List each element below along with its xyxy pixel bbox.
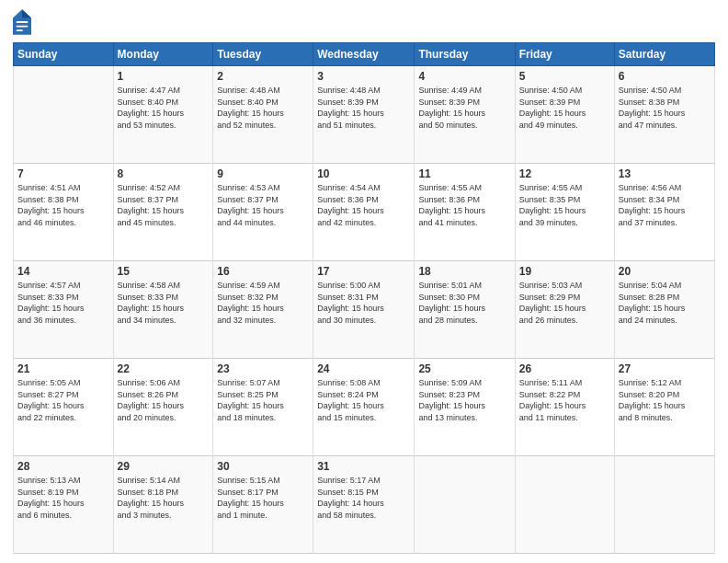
calendar-cell: 14Sunrise: 4:57 AM Sunset: 8:33 PM Dayli… <box>14 261 114 359</box>
calendar-cell: 10Sunrise: 4:54 AM Sunset: 8:36 PM Dayli… <box>313 164 415 261</box>
day-number: 24 <box>317 362 410 375</box>
calendar-cell: 31Sunrise: 5:17 AM Sunset: 8:15 PM Dayli… <box>313 456 415 554</box>
day-number: 31 <box>317 460 410 473</box>
day-number: 3 <box>317 70 410 83</box>
day-info: Sunrise: 4:54 AM Sunset: 8:36 PM Dayligh… <box>317 182 410 228</box>
calendar-cell: 21Sunrise: 5:05 AM Sunset: 8:27 PM Dayli… <box>14 359 114 456</box>
day-number: 29 <box>118 460 210 473</box>
day-info: Sunrise: 4:57 AM Sunset: 8:33 PM Dayligh… <box>17 280 109 326</box>
day-number: 19 <box>519 265 610 278</box>
day-number: 16 <box>217 265 309 278</box>
logo-icon <box>13 9 31 35</box>
calendar-cell: 25Sunrise: 5:09 AM Sunset: 8:23 PM Dayli… <box>415 359 515 456</box>
calendar-cell: 5Sunrise: 4:50 AM Sunset: 8:39 PM Daylig… <box>515 66 614 164</box>
header-wednesday: Wednesday <box>313 43 415 66</box>
calendar-cell: 7Sunrise: 4:51 AM Sunset: 8:38 PM Daylig… <box>14 164 114 261</box>
day-info: Sunrise: 5:09 AM Sunset: 8:23 PM Dayligh… <box>418 377 510 423</box>
svg-marker-1 <box>22 9 31 17</box>
calendar-cell: 18Sunrise: 5:01 AM Sunset: 8:30 PM Dayli… <box>415 261 515 359</box>
calendar-table: SundayMondayTuesdayWednesdayThursdayFrid… <box>13 42 715 554</box>
calendar-cell: 17Sunrise: 5:00 AM Sunset: 8:31 PM Dayli… <box>313 261 415 359</box>
calendar-header-row: SundayMondayTuesdayWednesdayThursdayFrid… <box>14 43 715 66</box>
day-info: Sunrise: 4:56 AM Sunset: 8:34 PM Dayligh… <box>619 182 711 228</box>
week-row-1: 7Sunrise: 4:51 AM Sunset: 8:38 PM Daylig… <box>14 164 715 261</box>
calendar-cell: 26Sunrise: 5:11 AM Sunset: 8:22 PM Dayli… <box>515 359 614 456</box>
day-number: 6 <box>619 70 711 83</box>
week-row-0: 1Sunrise: 4:47 AM Sunset: 8:40 PM Daylig… <box>14 66 715 164</box>
calendar-cell: 3Sunrise: 4:48 AM Sunset: 8:39 PM Daylig… <box>313 66 415 164</box>
day-number: 1 <box>118 70 210 83</box>
day-info: Sunrise: 4:49 AM Sunset: 8:39 PM Dayligh… <box>418 85 510 131</box>
header-sunday: Sunday <box>14 43 114 66</box>
day-number: 20 <box>619 265 711 278</box>
day-number: 12 <box>519 167 610 180</box>
header-saturday: Saturday <box>614 43 714 66</box>
day-info: Sunrise: 5:14 AM Sunset: 8:18 PM Dayligh… <box>118 475 210 521</box>
day-number: 11 <box>418 167 510 180</box>
calendar-cell <box>415 456 515 554</box>
logo <box>13 9 33 35</box>
day-info: Sunrise: 4:48 AM Sunset: 8:39 PM Dayligh… <box>317 85 410 131</box>
day-number: 18 <box>418 265 510 278</box>
week-row-2: 14Sunrise: 4:57 AM Sunset: 8:33 PM Dayli… <box>14 261 715 359</box>
day-number: 23 <box>217 362 309 375</box>
calendar-cell: 22Sunrise: 5:06 AM Sunset: 8:26 PM Dayli… <box>113 359 213 456</box>
day-info: Sunrise: 5:11 AM Sunset: 8:22 PM Dayligh… <box>519 377 610 423</box>
calendar-cell: 23Sunrise: 5:07 AM Sunset: 8:25 PM Dayli… <box>213 359 313 456</box>
day-info: Sunrise: 4:50 AM Sunset: 8:38 PM Dayligh… <box>619 85 711 131</box>
day-info: Sunrise: 4:55 AM Sunset: 8:35 PM Dayligh… <box>519 182 610 228</box>
day-info: Sunrise: 4:47 AM Sunset: 8:40 PM Dayligh… <box>118 85 210 131</box>
week-row-4: 28Sunrise: 5:13 AM Sunset: 8:19 PM Dayli… <box>14 456 715 554</box>
day-number: 8 <box>118 167 210 180</box>
svg-rect-4 <box>17 29 23 31</box>
day-number: 15 <box>118 265 210 278</box>
day-info: Sunrise: 5:06 AM Sunset: 8:26 PM Dayligh… <box>118 377 210 423</box>
day-info: Sunrise: 4:51 AM Sunset: 8:38 PM Dayligh… <box>17 182 109 228</box>
day-info: Sunrise: 4:52 AM Sunset: 8:37 PM Dayligh… <box>118 182 210 228</box>
day-number: 10 <box>317 167 410 180</box>
day-number: 7 <box>17 167 109 180</box>
day-number: 26 <box>519 362 610 375</box>
header-friday: Friday <box>515 43 614 66</box>
day-number: 4 <box>418 70 510 83</box>
day-info: Sunrise: 5:01 AM Sunset: 8:30 PM Dayligh… <box>418 280 510 326</box>
calendar-cell: 19Sunrise: 5:03 AM Sunset: 8:29 PM Dayli… <box>515 261 614 359</box>
calendar-cell: 12Sunrise: 4:55 AM Sunset: 8:35 PM Dayli… <box>515 164 614 261</box>
day-info: Sunrise: 5:00 AM Sunset: 8:31 PM Dayligh… <box>317 280 410 326</box>
calendar-cell: 27Sunrise: 5:12 AM Sunset: 8:20 PM Dayli… <box>614 359 714 456</box>
calendar-cell: 16Sunrise: 4:59 AM Sunset: 8:32 PM Dayli… <box>213 261 313 359</box>
day-info: Sunrise: 5:12 AM Sunset: 8:20 PM Dayligh… <box>619 377 711 423</box>
day-info: Sunrise: 4:58 AM Sunset: 8:33 PM Dayligh… <box>118 280 210 326</box>
calendar-cell: 1Sunrise: 4:47 AM Sunset: 8:40 PM Daylig… <box>113 66 213 164</box>
week-row-3: 21Sunrise: 5:05 AM Sunset: 8:27 PM Dayli… <box>14 359 715 456</box>
day-number: 2 <box>217 70 309 83</box>
day-info: Sunrise: 5:07 AM Sunset: 8:25 PM Dayligh… <box>217 377 309 423</box>
day-info: Sunrise: 4:55 AM Sunset: 8:36 PM Dayligh… <box>418 182 510 228</box>
day-number: 30 <box>217 460 309 473</box>
day-number: 22 <box>118 362 210 375</box>
day-number: 27 <box>619 362 711 375</box>
calendar-cell: 2Sunrise: 4:48 AM Sunset: 8:40 PM Daylig… <box>213 66 313 164</box>
day-info: Sunrise: 4:50 AM Sunset: 8:39 PM Dayligh… <box>519 85 610 131</box>
day-info: Sunrise: 5:03 AM Sunset: 8:29 PM Dayligh… <box>519 280 610 326</box>
header-thursday: Thursday <box>415 43 515 66</box>
day-number: 9 <box>217 167 309 180</box>
day-number: 21 <box>17 362 109 375</box>
calendar-cell <box>14 66 114 164</box>
day-info: Sunrise: 5:08 AM Sunset: 8:24 PM Dayligh… <box>317 377 410 423</box>
calendar-cell: 11Sunrise: 4:55 AM Sunset: 8:36 PM Dayli… <box>415 164 515 261</box>
day-number: 25 <box>418 362 510 375</box>
day-info: Sunrise: 5:15 AM Sunset: 8:17 PM Dayligh… <box>217 475 309 521</box>
day-number: 17 <box>317 265 410 278</box>
calendar-cell: 15Sunrise: 4:58 AM Sunset: 8:33 PM Dayli… <box>113 261 213 359</box>
calendar-cell: 4Sunrise: 4:49 AM Sunset: 8:39 PM Daylig… <box>415 66 515 164</box>
day-info: Sunrise: 4:59 AM Sunset: 8:32 PM Dayligh… <box>217 280 309 326</box>
svg-rect-2 <box>17 21 28 23</box>
day-info: Sunrise: 4:53 AM Sunset: 8:37 PM Dayligh… <box>217 182 309 228</box>
day-info: Sunrise: 5:13 AM Sunset: 8:19 PM Dayligh… <box>17 475 109 521</box>
calendar-cell: 29Sunrise: 5:14 AM Sunset: 8:18 PM Dayli… <box>113 456 213 554</box>
header-tuesday: Tuesday <box>213 43 313 66</box>
day-info: Sunrise: 5:04 AM Sunset: 8:28 PM Dayligh… <box>619 280 711 326</box>
svg-rect-3 <box>17 26 28 28</box>
calendar-cell <box>614 456 714 554</box>
